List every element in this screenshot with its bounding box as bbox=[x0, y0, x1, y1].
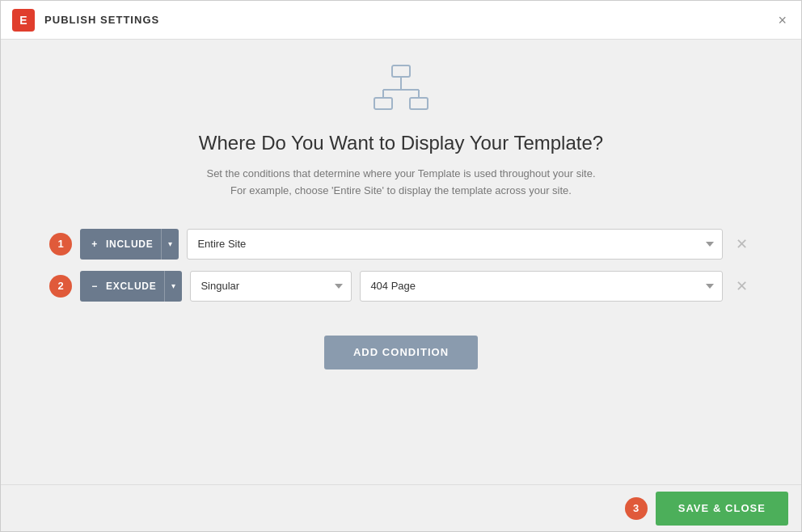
add-condition-wrap: ADD CONDITION bbox=[324, 336, 478, 369]
remove-condition-1-button[interactable]: ✕ bbox=[731, 234, 753, 255]
step-badge-2: 2 bbox=[49, 275, 72, 298]
chevron-down-icon: ▾ bbox=[165, 281, 182, 290]
include-icon: + bbox=[88, 238, 101, 251]
title-bar: E PUBLISH SETTINGS × bbox=[1, 1, 801, 40]
condition-row-2: 2 − EXCLUDE ▾ Singular Entire Site Archi… bbox=[49, 271, 753, 302]
modal-footer: 3 SAVE & CLOSE bbox=[1, 484, 801, 531]
condition-page-select-2[interactable]: 404 Page Front Page Posts Page bbox=[360, 271, 723, 302]
svg-rect-0 bbox=[392, 65, 410, 77]
footer-step-badge: 3 bbox=[625, 497, 648, 520]
add-condition-button[interactable]: ADD CONDITION bbox=[324, 336, 478, 369]
app-logo: E bbox=[12, 9, 35, 32]
exclude-type-button[interactable]: − EXCLUDE ▾ bbox=[80, 271, 182, 302]
modal-title: PUBLISH SETTINGS bbox=[44, 14, 775, 26]
conditions-area: 1 + INCLUDE ▾ Entire Site Singular Archi… bbox=[49, 229, 753, 313]
svg-rect-2 bbox=[410, 98, 428, 109]
svg-rect-1 bbox=[374, 98, 392, 109]
main-heading: Where Do You Want to Display Your Templa… bbox=[199, 132, 603, 154]
chevron-down-icon: ▾ bbox=[162, 239, 179, 248]
remove-condition-2-button[interactable]: ✕ bbox=[731, 276, 753, 297]
condition-location-select-2[interactable]: Singular Entire Site Archive Search 404 … bbox=[190, 271, 352, 302]
modal-content: Where Do You Want to Display Your Templa… bbox=[1, 40, 801, 484]
close-button[interactable]: × bbox=[775, 10, 790, 31]
hierarchy-icon bbox=[373, 64, 429, 116]
include-type-button[interactable]: + INCLUDE ▾ bbox=[80, 229, 179, 260]
sub-text: Set the conditions that determine where … bbox=[206, 166, 595, 200]
step-badge-1: 1 bbox=[49, 233, 72, 255]
condition-location-select-1[interactable]: Entire Site Singular Archive Search 404 … bbox=[187, 229, 723, 260]
exclude-icon: − bbox=[88, 280, 101, 293]
publish-settings-modal: E PUBLISH SETTINGS × bbox=[0, 0, 802, 532]
condition-row-1: 1 + INCLUDE ▾ Entire Site Singular Archi… bbox=[49, 229, 753, 260]
save-close-button[interactable]: SAVE & CLOSE bbox=[656, 492, 788, 526]
